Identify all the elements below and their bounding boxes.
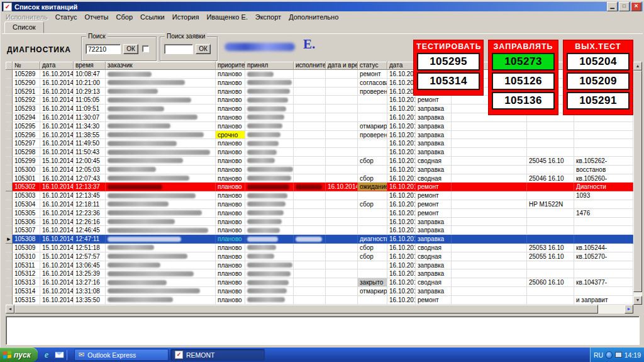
horizontal-scroll-thumb[interactable] bbox=[14, 305, 598, 314]
cell-customer-redacted bbox=[106, 148, 216, 157]
vertical-scrollbar[interactable]: ▲ ▼ bbox=[633, 62, 642, 305]
redacted-text bbox=[108, 123, 170, 128]
table-row[interactable]: 10530716.10.201412:46:45планово16.10.201… bbox=[6, 226, 633, 235]
cell-time: 10:21:00 bbox=[74, 79, 106, 88]
column-header[interactable]: № bbox=[13, 62, 40, 70]
cell-datetime bbox=[326, 79, 358, 88]
table-row[interactable]: 10531516.10.201413:35:50планово16.10.201… bbox=[6, 296, 633, 305]
table-row[interactable]: 10529816.10.201411:50:43планово16.10.201… bbox=[6, 148, 633, 157]
cell-status bbox=[358, 148, 387, 157]
row-marker bbox=[6, 174, 13, 183]
cell-date: 16.10.2014 bbox=[40, 122, 74, 131]
menu-item-4[interactable]: Сбор bbox=[113, 13, 136, 21]
menu-item-2[interactable]: Статус bbox=[52, 13, 81, 21]
search-ok-button[interactable]: ОК bbox=[123, 44, 138, 54]
cell-reference bbox=[527, 209, 574, 218]
quick-launch: e bbox=[42, 350, 70, 360]
menu-item-9[interactable]: Дополнительно bbox=[285, 13, 342, 21]
internet-explorer-icon[interactable]: e bbox=[42, 350, 52, 360]
redacted-text bbox=[108, 271, 194, 276]
start-button[interactable]: пуск bbox=[0, 348, 38, 362]
cell-received-redacted bbox=[245, 287, 294, 296]
tray-display-icon[interactable] bbox=[615, 352, 621, 358]
cell-customer-redacted bbox=[106, 200, 216, 209]
cell-date: 16.10.2014 bbox=[40, 113, 74, 122]
menu-item-7[interactable]: Иващенко Е. bbox=[203, 13, 251, 21]
menu-item-1[interactable]: Исполнитель bbox=[2, 13, 52, 21]
outlook-express-quicklaunch-icon[interactable] bbox=[54, 350, 64, 360]
scroll-right-icon[interactable]: ► bbox=[625, 305, 633, 314]
close-button[interactable]: ✕ bbox=[631, 2, 641, 11]
menu-item-6[interactable]: История bbox=[169, 13, 203, 21]
search-checkbox[interactable] bbox=[142, 45, 149, 52]
order-search-ok-button[interactable]: ОК bbox=[196, 44, 211, 54]
search-input[interactable] bbox=[86, 44, 121, 54]
cell-note bbox=[574, 261, 633, 270]
column-header[interactable]: принял bbox=[245, 62, 294, 70]
title-bar[interactable]: ✓ Список квитанций ▁ □ ✕ bbox=[2, 2, 643, 11]
cell-priority: планово bbox=[216, 269, 245, 278]
horizontal-scrollbar[interactable]: ◄ ► bbox=[6, 305, 633, 314]
maximize-button[interactable]: □ bbox=[619, 2, 630, 11]
cell-work-type: заправка bbox=[416, 139, 452, 148]
column-header[interactable]: исполнитель bbox=[294, 62, 326, 70]
scroll-down-icon[interactable]: ▼ bbox=[633, 296, 642, 305]
column-header[interactable]: дата bbox=[40, 62, 74, 70]
menu-item-3[interactable]: Отчеты bbox=[80, 13, 112, 21]
menu-item-5[interactable]: Ссылки bbox=[136, 13, 169, 21]
tab-spisok[interactable]: Список bbox=[4, 21, 44, 33]
vertical-scroll-thumb[interactable] bbox=[633, 71, 642, 292]
table-row[interactable]: 10531116.10.201413:06:45планово16.10.201… bbox=[6, 261, 633, 270]
table-row[interactable]: 10531015.10.201412:57:57плановосбор16.10… bbox=[6, 252, 633, 261]
scroll-up-icon[interactable]: ▲ bbox=[633, 62, 642, 71]
cell-status: отмаркиров bbox=[358, 287, 387, 296]
redacted-text bbox=[247, 263, 292, 268]
table-row[interactable]: 10531316.10.201413:27:16плановозакрыто16… bbox=[6, 278, 633, 287]
column-header[interactable]: дата и время bbox=[326, 62, 358, 70]
scroll-left-icon[interactable]: ◄ bbox=[6, 305, 14, 314]
column-header[interactable]: приоритет bbox=[216, 62, 245, 70]
column-header[interactable]: дата bbox=[387, 62, 416, 70]
cell-priority: срочно bbox=[216, 131, 245, 140]
table-row[interactable]: 10529915.10.201412:00:45плановосбор16.10… bbox=[6, 157, 633, 166]
table-row[interactable]: 10531216.10.201413:25:39планово16.10.201… bbox=[6, 269, 633, 278]
notes-memo[interactable] bbox=[6, 316, 640, 345]
column-header[interactable]: статус bbox=[358, 62, 387, 70]
table-row[interactable]: 10530016.10.201412:05:03планово16.10.201… bbox=[6, 166, 633, 174]
table-row[interactable]: 10530915.10.201412:51:18плановосбор16.10… bbox=[6, 244, 633, 252]
table-row[interactable]: 10531416.10.201413:31:08плановоотмаркиро… bbox=[6, 287, 633, 296]
table-row[interactable]: 10529616.10.201411:38:55срочнопроверено1… bbox=[6, 131, 633, 140]
task-button-2[interactable]: ✓REMONT bbox=[170, 349, 265, 361]
table-row[interactable]: 10530516.10.201412:23:36планово16.10.201… bbox=[6, 209, 633, 218]
order-search-input[interactable] bbox=[164, 44, 193, 54]
app-icon[interactable]: ✓ bbox=[3, 3, 12, 11]
row-marker bbox=[6, 261, 13, 270]
cell-received-redacted bbox=[245, 191, 294, 200]
cell-time: 12:18:11 bbox=[74, 200, 106, 209]
cell-date: 16.10.2014 bbox=[40, 70, 74, 79]
table-row[interactable]: 10529716.10.201411:49:50планово16.10.201… bbox=[6, 139, 633, 148]
cell-priority: планово bbox=[216, 191, 245, 200]
table-row[interactable]: 10529516.10.201411:34:30плановоотмаркиро… bbox=[6, 122, 633, 131]
cell-datetime bbox=[326, 261, 358, 270]
task-button-label: Outlook Express bbox=[87, 351, 136, 359]
minimize-button[interactable]: ▁ bbox=[607, 2, 618, 11]
cell-time: 13:35:50 bbox=[74, 296, 106, 305]
language-indicator[interactable]: RU bbox=[594, 351, 603, 359]
table-row[interactable]: 10530616.10.201412:26:16планово16.10.201… bbox=[6, 218, 633, 227]
cell-received-redacted bbox=[245, 113, 294, 122]
task-button-1[interactable]: ✉Outlook Express bbox=[74, 349, 169, 361]
table-row[interactable]: 10530416.10.201412:18:11плановосбор16.10… bbox=[6, 200, 633, 209]
cell-priority: планово bbox=[216, 70, 245, 79]
redacted-text bbox=[108, 72, 152, 77]
column-header[interactable]: время bbox=[74, 62, 106, 70]
column-header[interactable]: заказчик bbox=[106, 62, 216, 70]
table-row[interactable]: ▶10530816.10.201412:47:11плановодиагност… bbox=[6, 235, 633, 244]
tray-network-icon[interactable] bbox=[606, 351, 613, 359]
menu-item-8[interactable]: Экспорт bbox=[252, 13, 285, 21]
table-row[interactable]: 10530316.10.201412:13:45планово16.10.201… bbox=[6, 191, 633, 200]
table-row[interactable]: 10530216.10.201412:13:37планово16.10.201… bbox=[6, 183, 633, 191]
cell-customer-redacted bbox=[106, 226, 216, 235]
cell-status bbox=[358, 113, 387, 122]
table-row[interactable]: 10530116.10.201412:07:43плановосбор16.10… bbox=[6, 174, 633, 183]
